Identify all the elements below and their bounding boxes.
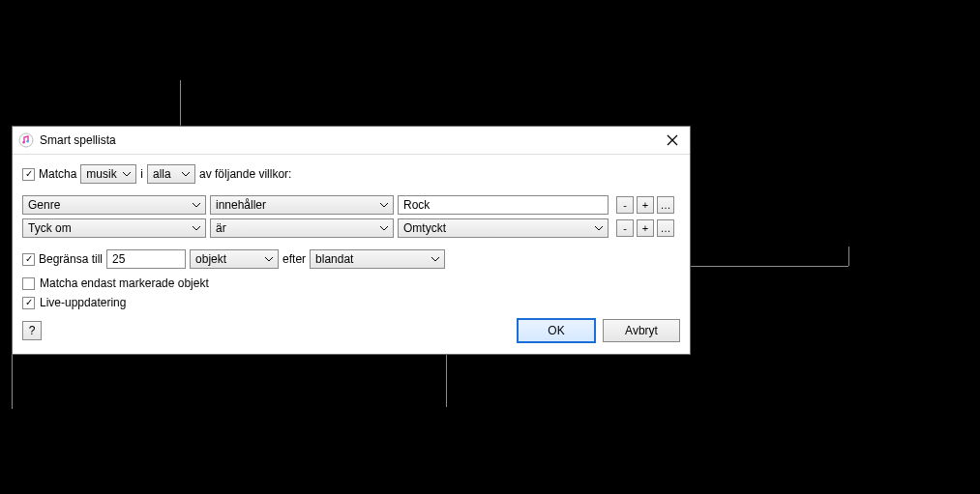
rule-field-select[interactable]: Genre (22, 195, 206, 215)
chevron-down-icon (593, 222, 605, 234)
cancel-button[interactable]: Avbryt (603, 319, 680, 342)
limit-row: Begränsa till 25 objekt efter blandat (22, 249, 680, 269)
limit-amount-value: 25 (112, 252, 125, 266)
limit-checkbox[interactable] (22, 253, 35, 266)
live-update-label: Live-uppdatering (40, 296, 126, 309)
match-label: Matcha (39, 167, 76, 181)
rule-operator-value: är (216, 221, 374, 235)
chevron-down-icon (191, 222, 202, 234)
match-source-value: musik (86, 167, 117, 181)
rule-add-button[interactable]: + (637, 196, 654, 214)
rule-row: Tyck om är Omtyckt - + … (22, 218, 680, 238)
rule-remove-button[interactable]: - (616, 219, 634, 237)
limit-amount-input[interactable]: 25 (106, 249, 186, 269)
close-icon (667, 134, 678, 146)
only-checked-checkbox[interactable] (22, 277, 35, 290)
rule-remove-button[interactable]: - (616, 196, 634, 214)
match-connector: i (140, 167, 143, 181)
rule-buttons: - + … (616, 196, 674, 214)
svg-point-0 (19, 133, 33, 147)
match-source-select[interactable]: musik (80, 164, 136, 184)
live-update-row: Live-uppdatering (22, 296, 680, 309)
match-suffix: av följande villkor: (199, 167, 291, 181)
rule-nest-button[interactable]: … (657, 196, 674, 214)
rule-field-value: Genre (28, 198, 187, 212)
rule-value-text: Rock (403, 198, 430, 212)
rule-value-input[interactable]: Rock (398, 195, 609, 215)
limit-label: Begränsa till (39, 252, 103, 266)
chevron-down-icon (378, 222, 390, 234)
rule-value-select[interactable]: Omtyckt (398, 218, 609, 238)
rule-field-value: Tyck om (28, 221, 187, 235)
match-row: Matcha musik i alla av följande villkor: (22, 164, 680, 184)
rule-operator-value: innehåller (216, 198, 374, 212)
svg-point-1 (22, 141, 25, 144)
dialog-body: Matcha musik i alla av följande villkor:… (13, 155, 690, 354)
titlebar: Smart spellista (13, 127, 690, 155)
itunes-app-icon (18, 132, 34, 148)
dialog-footer: ? OK Avbryt (22, 319, 680, 342)
live-update-checkbox[interactable] (22, 297, 35, 309)
chevron-down-icon (378, 199, 390, 211)
rule-operator-select[interactable]: innehåller (210, 195, 394, 215)
rule-field-select[interactable]: Tyck om (22, 218, 206, 238)
match-checkbox[interactable] (22, 168, 35, 181)
help-button[interactable]: ? (22, 321, 42, 340)
smart-playlist-dialog: Smart spellista Matcha musik i alla av f… (12, 126, 691, 355)
rule-operator-select[interactable]: är (210, 218, 394, 238)
limit-unit-select[interactable]: objekt (190, 249, 279, 269)
only-checked-row: Matcha endast markerade objekt (22, 276, 680, 290)
dialog-title: Smart spellista (40, 133, 661, 147)
chevron-down-icon (121, 168, 133, 180)
only-checked-label: Matcha endast markerade objekt (40, 276, 209, 290)
rule-value-text: Omtyckt (403, 221, 589, 235)
svg-point-2 (26, 140, 29, 143)
rule-buttons: - + … (616, 219, 674, 237)
ok-button[interactable]: OK (518, 319, 595, 342)
limit-order-select[interactable]: blandat (310, 249, 445, 269)
rule-add-button[interactable]: + (637, 219, 654, 237)
match-scope-select[interactable]: alla (147, 164, 195, 184)
chevron-down-icon (191, 199, 202, 211)
rules-list: Genre innehåller Rock - + … Tyc (22, 195, 680, 238)
chevron-down-icon (263, 253, 275, 265)
rule-row: Genre innehåller Rock - + … (22, 195, 680, 215)
chevron-down-icon (430, 253, 441, 265)
rule-nest-button[interactable]: … (657, 219, 674, 237)
match-scope-value: alla (153, 167, 176, 181)
callout-leader (848, 247, 849, 266)
close-button[interactable] (661, 131, 684, 150)
limit-unit-value: objekt (195, 252, 259, 266)
limit-order-value: blandat (315, 252, 426, 266)
limit-after-label: efter (282, 252, 306, 266)
chevron-down-icon (180, 168, 192, 180)
